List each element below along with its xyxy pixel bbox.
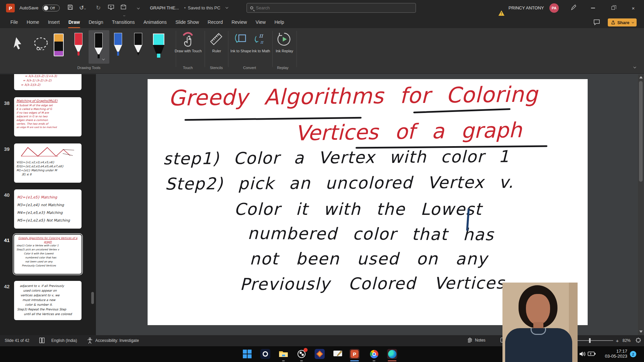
volume-icon[interactable] bbox=[579, 351, 586, 358]
saved-status-chevron-icon[interactable] bbox=[225, 6, 228, 8]
ink-underline bbox=[413, 108, 511, 113]
ribbon-tab-bar: File Home Insert Draw Design Transitions… bbox=[0, 16, 644, 28]
group-drawing-tools: Drawing Tools bbox=[77, 66, 101, 70]
qat-overflow-chevron-icon[interactable] bbox=[137, 6, 140, 9]
edge-icon[interactable] bbox=[387, 349, 397, 359]
ribbon: Draw with Touch Ruler Ink to Shape π π bbox=[0, 28, 644, 74]
slide-indicator[interactable]: Slide 41 of 42 bbox=[5, 338, 29, 343]
thumbnail-slide-42[interactable]: adjacent to v. if all Previously used co… bbox=[14, 281, 82, 320]
comments-icon[interactable] bbox=[593, 18, 600, 27]
eraser-tool[interactable] bbox=[54, 34, 64, 56]
tab-home[interactable]: Home bbox=[22, 16, 44, 28]
scrollbar-thumb[interactable] bbox=[639, 81, 643, 182]
thumbnail-number: 38 bbox=[4, 100, 10, 106]
notification-badge[interactable]: 2 bbox=[630, 351, 636, 357]
save-icon[interactable] bbox=[66, 4, 74, 12]
powerpoint-logo-icon[interactable]: P bbox=[6, 4, 15, 12]
obs-studio-icon[interactable] bbox=[297, 349, 307, 359]
saved-status[interactable]: Saved to this PC bbox=[188, 5, 220, 10]
autosave-label: AutoSave bbox=[19, 5, 38, 10]
warning-icon[interactable]: ! bbox=[498, 10, 504, 16]
search-bar[interactable] bbox=[247, 3, 416, 13]
search-input[interactable] bbox=[256, 5, 390, 10]
highlighter-tool[interactable] bbox=[153, 34, 164, 58]
scroll-up-icon[interactable] bbox=[639, 76, 643, 78]
document-title[interactable]: GRAPH THE... bbox=[150, 5, 179, 10]
redo-icon[interactable]: ↻ bbox=[94, 4, 103, 11]
select-tool-icon[interactable] bbox=[12, 36, 25, 54]
user-name[interactable]: PRINCY ANTONY bbox=[508, 5, 544, 10]
pencil-tool[interactable] bbox=[134, 33, 142, 54]
notes-icon bbox=[467, 337, 473, 343]
ink-to-math-button[interactable]: π π Ink to Math bbox=[251, 32, 271, 64]
powerpoint-taskbar-icon[interactable]: P bbox=[350, 349, 360, 359]
touch-hand-icon bbox=[180, 32, 195, 48]
ink-to-math-icon: π π bbox=[254, 32, 268, 46]
ruler-button[interactable]: Ruler bbox=[207, 32, 227, 64]
ink-replay-button[interactable]: Ink Replay bbox=[274, 32, 295, 64]
language-selector[interactable]: English (India) bbox=[51, 338, 77, 343]
tab-animations[interactable]: Animations bbox=[139, 16, 171, 28]
tab-file[interactable]: File bbox=[6, 16, 22, 28]
tab-transitions[interactable]: Transitions bbox=[108, 16, 139, 28]
tab-help[interactable]: Help bbox=[270, 16, 288, 28]
running-indicator bbox=[282, 360, 285, 361]
accessibility-status[interactable]: Accessibility: Investigate bbox=[95, 338, 139, 343]
scroll-down-icon[interactable] bbox=[638, 329, 644, 335]
thumbnail-slide-39[interactable]: V(G)={v1,v2,v3,v4,v5,v6} E(G)={e1,e2,e3,… bbox=[14, 143, 82, 183]
accessibility-icon[interactable] bbox=[87, 337, 93, 345]
zoom-in-button[interactable]: + bbox=[616, 338, 619, 344]
chrome-icon[interactable] bbox=[369, 349, 379, 359]
zoom-level[interactable]: 82% bbox=[623, 338, 631, 343]
svg-text:π: π bbox=[260, 40, 264, 45]
tab-draw[interactable]: Draw bbox=[64, 16, 84, 28]
group-touch: Touch bbox=[183, 66, 193, 70]
zoom-slider-handle[interactable] bbox=[589, 338, 591, 343]
slide-step-line: numbered color that has bbox=[248, 224, 494, 244]
tab-insert[interactable]: Insert bbox=[44, 16, 64, 28]
recording-dot-icon bbox=[304, 348, 308, 352]
undo-icon[interactable]: ↺ bbox=[78, 4, 87, 11]
slideshow-icon[interactable] bbox=[107, 4, 115, 12]
red-pen-tool[interactable] bbox=[74, 33, 83, 54]
battery-icon[interactable] bbox=[588, 351, 596, 358]
clock[interactable]: 17:17 03-05-2023 bbox=[600, 349, 627, 359]
thumbnail-slide-38[interactable]: Matching of Graphs(M⊆E) A Subset M of th… bbox=[14, 97, 82, 136]
spellcheck-icon[interactable] bbox=[39, 337, 45, 345]
thumbnail-slide-41-selected[interactable]: Greedy Algorithms for Coloring Vertices … bbox=[14, 235, 82, 274]
presenter-face bbox=[526, 294, 550, 325]
share-button[interactable]: Share bbox=[608, 18, 637, 26]
slide-scrollbar[interactable] bbox=[638, 74, 644, 335]
tab-design[interactable]: Design bbox=[84, 16, 108, 28]
avatar[interactable]: PA bbox=[549, 3, 559, 13]
autosave-toggle[interactable]: Off bbox=[42, 5, 60, 11]
whiteboard-app-icon[interactable] bbox=[333, 349, 343, 359]
minimize-button[interactable] bbox=[586, 0, 600, 16]
draw-with-touch-button[interactable]: Draw with Touch bbox=[174, 32, 203, 64]
tab-review[interactable]: Review bbox=[227, 16, 251, 28]
black-pen-tool-selected[interactable] bbox=[89, 30, 109, 64]
tab-view[interactable]: View bbox=[251, 16, 270, 28]
slide-title-line2: Vertices of a graph bbox=[295, 118, 522, 145]
lasso-select-icon[interactable] bbox=[32, 36, 50, 54]
tab-record[interactable]: Record bbox=[203, 16, 227, 28]
active-indicator-edge bbox=[388, 360, 396, 361]
media-app-icon[interactable] bbox=[315, 349, 325, 359]
file-explorer-icon[interactable] bbox=[278, 349, 288, 359]
fit-to-window-icon[interactable] bbox=[635, 337, 641, 344]
blue-pen-tool[interactable] bbox=[114, 33, 122, 54]
ink-pen-icon[interactable] bbox=[570, 4, 577, 12]
close-button[interactable]: × bbox=[627, 0, 640, 16]
ink-to-shape-button[interactable]: Ink to Shape bbox=[231, 32, 251, 64]
tab-slide-show[interactable]: Slide Show bbox=[171, 16, 203, 28]
slide-step-line: Previously Colored Vertices bbox=[240, 274, 505, 294]
ruler-icon bbox=[209, 32, 224, 47]
collapse-ribbon-chevron-icon[interactable] bbox=[633, 65, 636, 68]
restore-button[interactable] bbox=[606, 0, 620, 16]
panel-scrollbar[interactable] bbox=[91, 292, 94, 304]
notes-toggle[interactable]: Notes bbox=[467, 337, 485, 343]
thumbnail-slide-37-partial[interactable]: = λ(λ-1)(λ-2) (1+λ-3) = λ(λ-1) (λ-2) (λ-… bbox=[14, 74, 82, 90]
start-button[interactable] bbox=[242, 349, 252, 359]
thumbnail-slide-40[interactable]: M2={e1,e5} Matching M3={e1,e4} not Match… bbox=[14, 189, 82, 229]
webcam-app-icon[interactable] bbox=[260, 349, 270, 359]
